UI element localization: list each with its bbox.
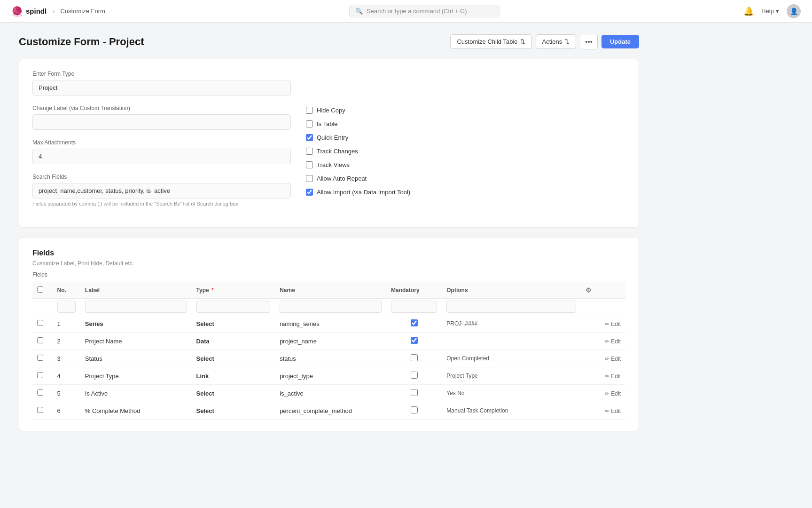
edit-link-1[interactable]: ✏ Edit <box>605 321 621 327</box>
row-checkbox-4[interactable] <box>37 372 43 378</box>
edit-link-6[interactable]: ✏ Edit <box>605 408 621 414</box>
row-checkbox-1[interactable] <box>37 320 43 326</box>
form-type-input[interactable] <box>32 80 291 95</box>
fields-section-subtitle: Customize Label, Print Hide, Default etc… <box>32 260 625 267</box>
allow-auto-repeat-checkbox[interactable] <box>306 175 313 182</box>
cell-no: 6 <box>53 402 80 420</box>
cell-edit: ✏ Edit <box>581 367 625 385</box>
page-actions: Customize Child Table ⇅ Actions ⇅ ••• Up… <box>450 34 639 49</box>
more-options-button[interactable]: ••• <box>580 34 598 49</box>
checkbox-is-table: Is Table <box>306 120 625 127</box>
col-header-no: No. <box>53 282 80 299</box>
search-fields-input[interactable] <box>32 183 291 198</box>
filter-type[interactable] <box>196 301 271 313</box>
hide-copy-checkbox[interactable] <box>306 107 313 114</box>
breadcrumb-separator: › <box>52 7 55 16</box>
edit-link-2[interactable]: ✏ Edit <box>605 338 621 345</box>
cell-mandatory <box>386 402 442 420</box>
cell-edit: ✏ Edit <box>581 350 625 367</box>
fields-table: No. Label Type * Name Mandatory Options … <box>32 282 625 420</box>
update-button[interactable]: Update <box>601 35 639 48</box>
cell-options: PROJ-.#### <box>442 315 581 333</box>
mandatory-checkbox-5[interactable] <box>411 389 418 396</box>
filter-options[interactable] <box>446 301 576 313</box>
search-box[interactable]: 🔍 Search or type a command (Ctrl + G) <box>349 5 500 17</box>
checkbox-allow-import: Allow Import (via Data Import Tool) <box>306 189 625 196</box>
max-attachments-input[interactable] <box>32 149 291 164</box>
breadcrumb[interactable]: Customize Form <box>61 8 105 15</box>
customize-child-table-button[interactable]: Customize Child Table ⇅ <box>450 34 531 49</box>
table-row: 2Project NameDataproject_name✏ Edit <box>32 333 625 350</box>
cell-type: Select <box>192 385 275 402</box>
search-fields-hint: Fields separated by comma (,) will be in… <box>32 201 291 206</box>
filter-name[interactable] <box>280 301 382 313</box>
edit-link-5[interactable]: ✏ Edit <box>605 390 621 397</box>
cell-label: Project Type <box>80 367 192 385</box>
allow-import-checkbox[interactable] <box>306 189 313 196</box>
cell-name: naming_series <box>275 315 386 333</box>
max-attachments-label: Max Attachments <box>32 139 291 146</box>
select-all-checkbox[interactable] <box>37 286 43 293</box>
col-header-check <box>32 282 53 299</box>
cell-options: Manual Task Completion <box>442 402 581 420</box>
actions-chevron-icon: ⇅ <box>564 38 570 45</box>
settings-gear-icon[interactable]: ⚙ <box>586 286 592 294</box>
hide-copy-label: Hide Copy <box>317 107 345 114</box>
is-table-checkbox[interactable] <box>306 120 313 127</box>
form-type-group: Enter Form Type <box>32 71 625 95</box>
row-checkbox-6[interactable] <box>37 407 43 413</box>
row-checkbox-3[interactable] <box>37 355 43 361</box>
topnav-right: 🔔 Help ▾ 👤 <box>743 4 801 18</box>
cell-label: Series <box>80 315 192 333</box>
row-checkbox-2[interactable] <box>37 337 43 343</box>
mandatory-checkbox-4[interactable] <box>411 372 418 379</box>
customize-child-table-label: Customize Child Table <box>457 38 517 45</box>
fields-label: Fields <box>32 271 625 278</box>
logo: 🧶 spindl <box>11 6 47 17</box>
mandatory-checkbox-1[interactable] <box>411 319 418 326</box>
type-required-star: * <box>211 287 214 294</box>
fields-section-title: Fields <box>32 249 625 257</box>
cell-options: Open Completed <box>442 350 581 367</box>
avatar[interactable]: 👤 <box>787 4 801 18</box>
page-title: Customize Form - Project <box>19 36 144 48</box>
search-fields-group: Search Fields Fields separated by comma … <box>32 174 291 206</box>
checkbox-hide-copy: Hide Copy <box>306 107 625 114</box>
actions-button[interactable]: Actions ⇅ <box>536 34 577 49</box>
mandatory-checkbox-2[interactable] <box>411 337 418 344</box>
notifications-icon[interactable]: 🔔 <box>743 6 754 16</box>
form-right-col: Hide Copy Is Table Quick Entry Track Cha… <box>306 105 625 216</box>
cell-options: Yes No <box>442 385 581 402</box>
track-changes-checkbox[interactable] <box>306 148 313 155</box>
track-views-checkbox[interactable] <box>306 161 313 168</box>
quick-entry-checkbox[interactable] <box>306 134 313 141</box>
form-type-label: Enter Form Type <box>32 71 625 77</box>
filter-mandatory[interactable] <box>391 301 437 313</box>
checkbox-track-changes: Track Changes <box>306 148 625 155</box>
table-row: 1SeriesSelectnaming_seriesPROJ-.####✏ Ed… <box>32 315 625 333</box>
track-changes-label: Track Changes <box>317 148 358 155</box>
cell-edit: ✏ Edit <box>581 385 625 402</box>
col-header-options: Options <box>442 282 581 299</box>
cell-name: percent_complete_method <box>275 402 386 420</box>
cell-name: project_type <box>275 367 386 385</box>
table-row: 3StatusSelectstatusOpen Completed✏ Edit <box>32 350 625 367</box>
cell-edit: ✏ Edit <box>581 315 625 333</box>
help-label: Help <box>761 8 774 15</box>
edit-link-4[interactable]: ✏ Edit <box>605 373 621 380</box>
mandatory-checkbox-6[interactable] <box>411 406 418 413</box>
row-checkbox-5[interactable] <box>37 389 43 396</box>
filter-no[interactable] <box>57 301 76 313</box>
search-fields-label: Search Fields <box>32 174 291 180</box>
cell-mandatory <box>386 350 442 367</box>
filter-label[interactable] <box>85 301 187 313</box>
help-button[interactable]: Help ▾ <box>761 8 779 15</box>
mandatory-checkbox-3[interactable] <box>411 354 418 361</box>
cell-type: Select <box>192 350 275 367</box>
cell-no: 4 <box>53 367 80 385</box>
cell-name: is_active <box>275 385 386 402</box>
allow-import-label: Allow Import (via Data Import Tool) <box>317 189 410 196</box>
edit-link-3[interactable]: ✏ Edit <box>605 356 621 362</box>
change-label-input[interactable] <box>32 114 291 130</box>
quick-entry-label: Quick Entry <box>317 134 348 141</box>
